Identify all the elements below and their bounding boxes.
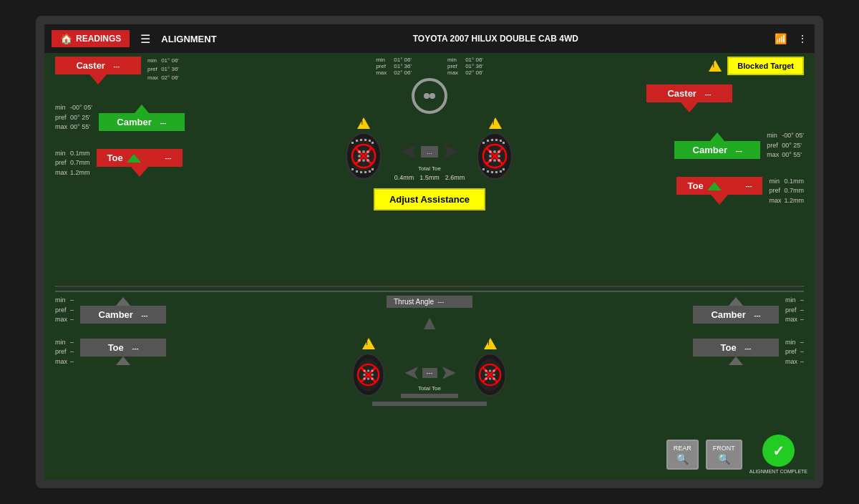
hamburger-icon[interactable]: ☰ bbox=[140, 32, 150, 46]
right-toe-gauge: Toe --- bbox=[676, 177, 762, 205]
right-camber-dots: --- bbox=[736, 147, 742, 155]
right-toe-green-indicator bbox=[707, 182, 722, 190]
svg-point-18 bbox=[362, 150, 365, 153]
total-toe-label: Total Toe bbox=[418, 165, 441, 172]
readings-label: READINGS bbox=[76, 34, 121, 44]
svg-rect-38 bbox=[503, 168, 505, 170]
readings-button[interactable]: 🏠 READINGS bbox=[52, 30, 130, 47]
svg-rect-9 bbox=[356, 170, 358, 173]
front-view-button[interactable]: FRONT 🔍 bbox=[706, 440, 742, 470]
lr-tire-warning bbox=[362, 338, 375, 349]
lr-camber-bar: Camber --- bbox=[80, 306, 166, 324]
svg-point-58 bbox=[363, 374, 366, 377]
rr-toe-indicator bbox=[729, 357, 743, 365]
right-camber-row: Camber --- min pref max -00° 05' 00° 25' bbox=[646, 131, 804, 160]
svg-point-43 bbox=[493, 150, 496, 153]
svg-point-71 bbox=[485, 374, 487, 377]
left-camber-indicator-up bbox=[135, 105, 149, 113]
caster-pref-label: pref bbox=[147, 65, 158, 74]
right-camber-gauge: Camber --- bbox=[674, 132, 760, 159]
center-front-col: min pref max 01° 06' 01° 36' 02° 06' min bbox=[213, 57, 646, 214]
toe-val2: 1.5mm bbox=[419, 174, 440, 181]
caster-max-label: max bbox=[147, 74, 158, 82]
svg-point-69 bbox=[489, 369, 492, 372]
svg-point-42 bbox=[489, 150, 492, 153]
rear-total-toe-label: Total Toe bbox=[418, 385, 441, 392]
toe-val1: 0.4mm bbox=[394, 174, 414, 181]
svg-point-62 bbox=[371, 377, 374, 380]
rr-camber-vals: – – – bbox=[800, 296, 804, 325]
main-content: Caster --- min pref max bbox=[44, 53, 815, 480]
svg-rect-28 bbox=[487, 140, 489, 142]
thrust-up-arrow-icon: ▲ bbox=[419, 311, 440, 334]
adjust-assistance-container: Adjust Assistance bbox=[374, 185, 485, 210]
svg-point-55 bbox=[363, 369, 366, 372]
left-toe-dots: --- bbox=[165, 155, 172, 162]
svg-point-59 bbox=[371, 374, 374, 377]
left-camber-bar: Camber --- bbox=[99, 113, 185, 131]
lr-toe-gauge: Toe --- bbox=[80, 339, 166, 365]
alignment-complete-button[interactable]: ✓ bbox=[762, 435, 795, 467]
left-camber-dots: --- bbox=[160, 120, 166, 127]
left-caster-vals: 01° 06' 01° 36' 02° 06' bbox=[161, 57, 179, 82]
right-rear-camber-row: Camber --- minprefmax – – – bbox=[646, 296, 804, 325]
left-rear-toe-row: minprefmax – – – Toe --- bbox=[55, 338, 213, 367]
left-tire-warning bbox=[357, 117, 370, 129]
svg-point-61 bbox=[367, 377, 370, 380]
center-rear-col: Thrust Angle --- ▲ bbox=[213, 296, 646, 406]
left-toe-vals: 0.1mm 0.7mm 1.2mm bbox=[70, 149, 90, 178]
rear-left-arrow-icon: ➤ bbox=[404, 363, 419, 383]
left-caster-min: 01° 06' bbox=[161, 57, 179, 65]
lr-toe-labels: minprefmax bbox=[55, 338, 67, 367]
thrust-angle-row: Thrust Angle --- bbox=[387, 296, 472, 308]
blocked-target-button[interactable]: Blocked Target bbox=[727, 57, 804, 75]
right-camber-label: Camber bbox=[693, 145, 727, 155]
right-caster-indicator bbox=[681, 102, 698, 112]
svg-point-68 bbox=[485, 369, 487, 372]
rear-section: minprefmax – – – Camber --- bbox=[55, 291, 804, 441]
left-toe-red-indicator bbox=[131, 167, 148, 177]
right-toe-dots: --- bbox=[745, 183, 752, 190]
section-divider bbox=[55, 286, 804, 287]
right-front-col: Blocked Target Caster --- bbox=[646, 57, 804, 205]
menu-dots-icon[interactable]: ⋮ bbox=[797, 33, 807, 44]
adjust-assistance-button[interactable]: Adjust Assistance bbox=[374, 188, 485, 210]
right-rear-col: Camber --- minprefmax – – – bbox=[646, 296, 804, 367]
svg-point-46 bbox=[498, 155, 500, 158]
toe-val3: 2.6mm bbox=[445, 174, 465, 181]
svg-rect-30 bbox=[495, 139, 498, 141]
checkmark-icon: ✓ bbox=[772, 442, 785, 460]
wifi-icon: 📶 bbox=[775, 33, 787, 44]
svg-point-48 bbox=[493, 159, 496, 162]
steering-wheel-container bbox=[412, 78, 447, 114]
right-caster-block: Caster --- bbox=[646, 84, 804, 112]
svg-point-45 bbox=[489, 155, 492, 158]
left-camber-row: min pref max -00° 05' 00° 25' 00° 55' bbox=[55, 103, 213, 132]
front-tires-row: ➤ ... ➤ Total Toe 0.4mm 1.5mm 2.6mm bbox=[344, 117, 515, 181]
left-caster-gauge: Caster --- bbox=[55, 57, 141, 84]
thrust-angle-dots: --- bbox=[437, 299, 444, 306]
left-arrow-icon: ➤ bbox=[401, 140, 417, 163]
svg-point-19 bbox=[367, 150, 369, 153]
rear-view-button[interactable]: REAR 🔍 bbox=[666, 440, 699, 470]
rear-right-arrow-icon: ➤ bbox=[441, 363, 455, 383]
right-rear-tire bbox=[472, 338, 508, 398]
svg-point-23 bbox=[362, 159, 365, 162]
toe-arrows: ➤ ... ➤ bbox=[401, 140, 458, 163]
svg-point-74 bbox=[489, 377, 492, 380]
rr-camber-indicator bbox=[729, 297, 743, 306]
rr-toe-gauge: Toe --- bbox=[693, 339, 779, 365]
header-bar: 🏠 READINGS ☰ ALIGNMENT TOYOTA 2007 HILUX… bbox=[44, 24, 815, 53]
svg-point-20 bbox=[358, 155, 361, 158]
right-toe-red-indicator bbox=[711, 195, 728, 205]
left-caster-dots: --- bbox=[114, 63, 120, 70]
toe-values: 0.4mm 1.5mm 2.6mm bbox=[394, 174, 465, 181]
right-camber-indicator-up bbox=[710, 132, 724, 141]
svg-rect-2 bbox=[351, 142, 354, 144]
thrust-up-arrow: ▲ bbox=[419, 311, 440, 334]
svg-rect-33 bbox=[482, 168, 485, 170]
right-arrow-icon: ➤ bbox=[442, 140, 458, 163]
right-toe-bar: Toe --- bbox=[676, 177, 762, 195]
rear-center-dots: --- bbox=[422, 368, 437, 378]
lr-camber-labels: minprefmax bbox=[55, 296, 67, 325]
